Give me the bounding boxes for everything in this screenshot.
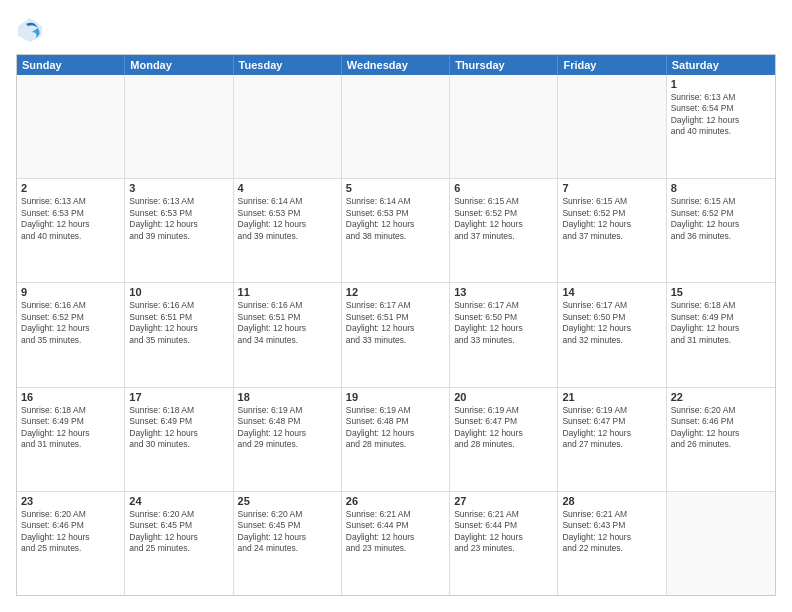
calendar-cell	[342, 75, 450, 178]
calendar-cell: 22Sunrise: 6:20 AM Sunset: 6:46 PM Dayli…	[667, 388, 775, 491]
day-info: Sunrise: 6:16 AM Sunset: 6:51 PM Dayligh…	[129, 300, 228, 346]
calendar-cell: 16Sunrise: 6:18 AM Sunset: 6:49 PM Dayli…	[17, 388, 125, 491]
calendar-cell: 19Sunrise: 6:19 AM Sunset: 6:48 PM Dayli…	[342, 388, 450, 491]
calendar-cell: 20Sunrise: 6:19 AM Sunset: 6:47 PM Dayli…	[450, 388, 558, 491]
calendar-cell: 11Sunrise: 6:16 AM Sunset: 6:51 PM Dayli…	[234, 283, 342, 386]
day-number: 25	[238, 495, 337, 507]
day-info: Sunrise: 6:21 AM Sunset: 6:43 PM Dayligh…	[562, 509, 661, 555]
calendar-cell: 15Sunrise: 6:18 AM Sunset: 6:49 PM Dayli…	[667, 283, 775, 386]
calendar-body: 1Sunrise: 6:13 AM Sunset: 6:54 PM Daylig…	[17, 75, 775, 595]
calendar-cell: 8Sunrise: 6:15 AM Sunset: 6:52 PM Daylig…	[667, 179, 775, 282]
day-number: 21	[562, 391, 661, 403]
calendar-cell: 3Sunrise: 6:13 AM Sunset: 6:53 PM Daylig…	[125, 179, 233, 282]
day-number: 16	[21, 391, 120, 403]
weekday-header: Sunday	[17, 55, 125, 75]
weekday-header: Tuesday	[234, 55, 342, 75]
day-number: 17	[129, 391, 228, 403]
calendar-cell	[667, 492, 775, 595]
day-info: Sunrise: 6:17 AM Sunset: 6:50 PM Dayligh…	[562, 300, 661, 346]
calendar-cell: 9Sunrise: 6:16 AM Sunset: 6:52 PM Daylig…	[17, 283, 125, 386]
day-number: 27	[454, 495, 553, 507]
day-info: Sunrise: 6:20 AM Sunset: 6:45 PM Dayligh…	[238, 509, 337, 555]
day-number: 23	[21, 495, 120, 507]
calendar-cell: 12Sunrise: 6:17 AM Sunset: 6:51 PM Dayli…	[342, 283, 450, 386]
day-number: 2	[21, 182, 120, 194]
calendar-cell: 28Sunrise: 6:21 AM Sunset: 6:43 PM Dayli…	[558, 492, 666, 595]
day-info: Sunrise: 6:19 AM Sunset: 6:47 PM Dayligh…	[562, 405, 661, 451]
weekday-header: Monday	[125, 55, 233, 75]
calendar-cell	[234, 75, 342, 178]
day-info: Sunrise: 6:13 AM Sunset: 6:54 PM Dayligh…	[671, 92, 771, 138]
calendar-cell: 26Sunrise: 6:21 AM Sunset: 6:44 PM Dayli…	[342, 492, 450, 595]
calendar-row: 16Sunrise: 6:18 AM Sunset: 6:49 PM Dayli…	[17, 387, 775, 491]
day-info: Sunrise: 6:18 AM Sunset: 6:49 PM Dayligh…	[21, 405, 120, 451]
day-info: Sunrise: 6:21 AM Sunset: 6:44 PM Dayligh…	[346, 509, 445, 555]
calendar-cell: 2Sunrise: 6:13 AM Sunset: 6:53 PM Daylig…	[17, 179, 125, 282]
day-number: 6	[454, 182, 553, 194]
weekday-header: Wednesday	[342, 55, 450, 75]
day-info: Sunrise: 6:21 AM Sunset: 6:44 PM Dayligh…	[454, 509, 553, 555]
day-info: Sunrise: 6:17 AM Sunset: 6:50 PM Dayligh…	[454, 300, 553, 346]
calendar-cell: 18Sunrise: 6:19 AM Sunset: 6:48 PM Dayli…	[234, 388, 342, 491]
calendar-cell: 7Sunrise: 6:15 AM Sunset: 6:52 PM Daylig…	[558, 179, 666, 282]
logo	[16, 16, 46, 44]
weekday-header: Thursday	[450, 55, 558, 75]
day-info: Sunrise: 6:19 AM Sunset: 6:48 PM Dayligh…	[238, 405, 337, 451]
day-number: 1	[671, 78, 771, 90]
weekday-header: Saturday	[667, 55, 775, 75]
weekday-header: Friday	[558, 55, 666, 75]
calendar-cell	[125, 75, 233, 178]
day-info: Sunrise: 6:15 AM Sunset: 6:52 PM Dayligh…	[562, 196, 661, 242]
day-number: 4	[238, 182, 337, 194]
day-info: Sunrise: 6:18 AM Sunset: 6:49 PM Dayligh…	[129, 405, 228, 451]
day-number: 24	[129, 495, 228, 507]
day-number: 12	[346, 286, 445, 298]
calendar-row: 1Sunrise: 6:13 AM Sunset: 6:54 PM Daylig…	[17, 75, 775, 178]
calendar: SundayMondayTuesdayWednesdayThursdayFrid…	[16, 54, 776, 596]
logo-icon	[16, 16, 44, 44]
day-number: 3	[129, 182, 228, 194]
day-number: 22	[671, 391, 771, 403]
day-info: Sunrise: 6:16 AM Sunset: 6:51 PM Dayligh…	[238, 300, 337, 346]
calendar-cell: 23Sunrise: 6:20 AM Sunset: 6:46 PM Dayli…	[17, 492, 125, 595]
day-number: 28	[562, 495, 661, 507]
day-info: Sunrise: 6:15 AM Sunset: 6:52 PM Dayligh…	[454, 196, 553, 242]
day-info: Sunrise: 6:20 AM Sunset: 6:45 PM Dayligh…	[129, 509, 228, 555]
day-number: 7	[562, 182, 661, 194]
day-info: Sunrise: 6:13 AM Sunset: 6:53 PM Dayligh…	[129, 196, 228, 242]
calendar-cell: 24Sunrise: 6:20 AM Sunset: 6:45 PM Dayli…	[125, 492, 233, 595]
day-number: 10	[129, 286, 228, 298]
calendar-cell: 27Sunrise: 6:21 AM Sunset: 6:44 PM Dayli…	[450, 492, 558, 595]
day-number: 9	[21, 286, 120, 298]
day-info: Sunrise: 6:20 AM Sunset: 6:46 PM Dayligh…	[21, 509, 120, 555]
calendar-cell: 25Sunrise: 6:20 AM Sunset: 6:45 PM Dayli…	[234, 492, 342, 595]
calendar-cell: 17Sunrise: 6:18 AM Sunset: 6:49 PM Dayli…	[125, 388, 233, 491]
day-number: 11	[238, 286, 337, 298]
day-number: 18	[238, 391, 337, 403]
calendar-cell: 14Sunrise: 6:17 AM Sunset: 6:50 PM Dayli…	[558, 283, 666, 386]
calendar-cell	[17, 75, 125, 178]
day-number: 15	[671, 286, 771, 298]
day-info: Sunrise: 6:19 AM Sunset: 6:47 PM Dayligh…	[454, 405, 553, 451]
calendar-row: 9Sunrise: 6:16 AM Sunset: 6:52 PM Daylig…	[17, 282, 775, 386]
calendar-cell	[558, 75, 666, 178]
day-info: Sunrise: 6:18 AM Sunset: 6:49 PM Dayligh…	[671, 300, 771, 346]
page: SundayMondayTuesdayWednesdayThursdayFrid…	[0, 0, 792, 612]
calendar-cell: 13Sunrise: 6:17 AM Sunset: 6:50 PM Dayli…	[450, 283, 558, 386]
day-info: Sunrise: 6:20 AM Sunset: 6:46 PM Dayligh…	[671, 405, 771, 451]
day-number: 19	[346, 391, 445, 403]
day-info: Sunrise: 6:13 AM Sunset: 6:53 PM Dayligh…	[21, 196, 120, 242]
calendar-cell: 4Sunrise: 6:14 AM Sunset: 6:53 PM Daylig…	[234, 179, 342, 282]
calendar-cell: 21Sunrise: 6:19 AM Sunset: 6:47 PM Dayli…	[558, 388, 666, 491]
day-number: 13	[454, 286, 553, 298]
day-info: Sunrise: 6:14 AM Sunset: 6:53 PM Dayligh…	[238, 196, 337, 242]
calendar-header: SundayMondayTuesdayWednesdayThursdayFrid…	[17, 55, 775, 75]
calendar-row: 2Sunrise: 6:13 AM Sunset: 6:53 PM Daylig…	[17, 178, 775, 282]
day-number: 8	[671, 182, 771, 194]
day-number: 26	[346, 495, 445, 507]
day-number: 20	[454, 391, 553, 403]
day-number: 14	[562, 286, 661, 298]
calendar-row: 23Sunrise: 6:20 AM Sunset: 6:46 PM Dayli…	[17, 491, 775, 595]
calendar-cell: 5Sunrise: 6:14 AM Sunset: 6:53 PM Daylig…	[342, 179, 450, 282]
day-info: Sunrise: 6:14 AM Sunset: 6:53 PM Dayligh…	[346, 196, 445, 242]
